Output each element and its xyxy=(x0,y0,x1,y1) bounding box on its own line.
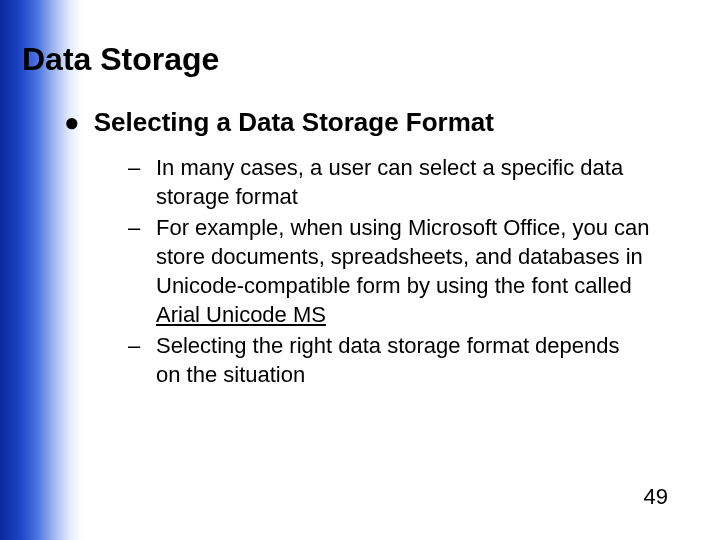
text-segment: Selecting the right data storage format … xyxy=(156,333,620,387)
text-segment: For example, when using Microsoft Office… xyxy=(156,215,650,298)
bullet-dot-icon: ● xyxy=(64,106,80,139)
underlined-term: Arial Unicode MS xyxy=(156,302,326,327)
dash-icon: – xyxy=(128,213,150,242)
page-number: 49 xyxy=(644,484,668,510)
bullet-level1-text: Selecting a Data Storage Format xyxy=(94,106,494,139)
slide-content: Data Storage ● Selecting a Data Storage … xyxy=(0,0,720,540)
slide-title: Data Storage xyxy=(22,40,690,78)
bullet-level2-item: – For example, when using Microsoft Offi… xyxy=(128,213,650,329)
bullet-level2-item: – In many cases, a user can select a spe… xyxy=(128,153,650,211)
bullet-level2-item: – Selecting the right data storage forma… xyxy=(128,331,650,389)
bullet-level1: ● Selecting a Data Storage Format xyxy=(64,106,690,139)
text-segment: In many cases, a user can select a speci… xyxy=(156,155,623,209)
dash-icon: – xyxy=(128,153,150,182)
bullet-level2-text: In many cases, a user can select a speci… xyxy=(156,153,650,211)
bullet-level2-text: For example, when using Microsoft Office… xyxy=(156,213,650,329)
slide: Data Storage ● Selecting a Data Storage … xyxy=(0,0,720,540)
bullet-level2-text: Selecting the right data storage format … xyxy=(156,331,650,389)
bullet-level2-group: – In many cases, a user can select a spe… xyxy=(128,153,650,389)
dash-icon: – xyxy=(128,331,150,360)
